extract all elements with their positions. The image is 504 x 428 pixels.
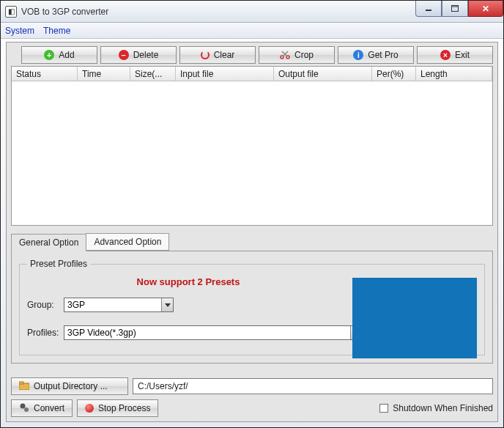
gears-icon	[19, 402, 29, 415]
output-path-value: C:/Users/yzf/	[138, 381, 188, 391]
output-directory-button[interactable]: Output Directory ...	[11, 377, 128, 395]
delete-label: Delete	[133, 50, 159, 60]
delete-button[interactable]: – Delete	[100, 46, 177, 64]
group-value: 3GP	[67, 300, 85, 310]
stop-label: Stop Process	[98, 403, 150, 413]
crop-button[interactable]: Crop	[259, 46, 335, 64]
preset-legend: Preset Profiles	[27, 259, 90, 269]
menu-system[interactable]: System	[5, 26, 34, 36]
add-button[interactable]: + Add	[21, 46, 97, 64]
window-controls: ✕	[415, 1, 503, 17]
col-output[interactable]: Output file	[274, 67, 372, 81]
tab-general[interactable]: General Option	[11, 234, 86, 251]
info-icon: i	[353, 50, 363, 60]
preview-box	[352, 278, 477, 358]
app-icon: ◧	[5, 6, 17, 18]
output-path-input[interactable]: C:/Users/yzf/	[133, 378, 493, 394]
col-status[interactable]: Status	[12, 67, 78, 81]
col-input[interactable]: Input file	[176, 67, 274, 81]
getpro-label: Get Pro	[368, 50, 398, 60]
col-time[interactable]: Time	[78, 67, 130, 81]
getpro-button[interactable]: i Get Pro	[338, 46, 414, 64]
shutdown-checkbox[interactable]	[379, 404, 388, 413]
app-window: ◧ VOB to 3GP converter ✕ System Theme + …	[0, 0, 504, 428]
convert-button[interactable]: Convert	[11, 399, 73, 417]
file-table[interactable]: Status Time Size(... Input file Output f…	[11, 66, 493, 226]
profiles-label: Profiles:	[27, 328, 64, 338]
output-dir-label: Output Directory ...	[34, 381, 108, 391]
minus-icon: –	[119, 50, 129, 60]
shutdown-option[interactable]: Shutdown When Finished	[379, 403, 493, 413]
x-icon: ×	[440, 50, 451, 60]
table-header: Status Time Size(... Input file Output f…	[12, 67, 492, 81]
exit-label: Exit	[455, 50, 470, 60]
col-per[interactable]: Per(%)	[372, 67, 416, 81]
preset-profiles-fieldset: Preset Profiles Now support 2 Presets Gr…	[19, 259, 485, 355]
toolbar: + Add – Delete Clear Crop i Get Pro	[7, 43, 497, 66]
stop-icon	[85, 404, 94, 413]
svg-rect-10	[19, 382, 23, 384]
clear-label: Clear	[214, 50, 235, 60]
bottom-bar: Output Directory ... C:/Users/yzf/ Conve…	[11, 373, 493, 417]
group-label: Group:	[27, 300, 64, 310]
minimize-button[interactable]	[415, 1, 442, 17]
clear-icon	[201, 51, 210, 59]
add-label: Add	[59, 50, 74, 60]
general-panel: Preset Profiles Now support 2 Presets Gr…	[11, 251, 493, 364]
scissors-icon	[280, 50, 290, 60]
plus-icon: +	[44, 50, 54, 60]
svg-marker-7	[165, 303, 171, 307]
col-size[interactable]: Size(...	[130, 67, 176, 81]
menu-theme[interactable]: Theme	[43, 26, 70, 36]
group-select[interactable]: 3GP	[64, 298, 174, 312]
chevron-down-icon	[161, 298, 173, 311]
col-length[interactable]: Length	[416, 67, 492, 81]
crop-label: Crop	[294, 50, 314, 60]
options-tabs: General Option Advanced Option Preset Pr…	[11, 233, 493, 364]
svg-point-12	[24, 407, 29, 412]
preset-message: Now support 2 Presets	[27, 276, 349, 287]
maximize-button[interactable]	[442, 1, 468, 17]
folder-icon	[19, 381, 29, 392]
menubar: System Theme	[1, 23, 503, 39]
profiles-select[interactable]: 3GP Video(*.3gp)	[64, 325, 363, 340]
profiles-value: 3GP Video(*.3gp)	[67, 328, 136, 338]
shutdown-label: Shutdown When Finished	[393, 403, 493, 413]
content-area: + Add – Delete Clear Crop i Get Pro	[6, 42, 498, 422]
tab-advanced[interactable]: Advanced Option	[86, 233, 169, 251]
exit-button[interactable]: × Exit	[417, 46, 493, 64]
titlebar[interactable]: ◧ VOB to 3GP converter ✕	[1, 1, 503, 23]
window-title: VOB to 3GP converter	[21, 7, 108, 17]
close-button[interactable]: ✕	[468, 1, 503, 17]
svg-point-11	[21, 403, 26, 408]
convert-label: Convert	[34, 403, 64, 413]
clear-button[interactable]: Clear	[179, 46, 256, 64]
stop-button[interactable]: Stop Process	[77, 399, 158, 417]
